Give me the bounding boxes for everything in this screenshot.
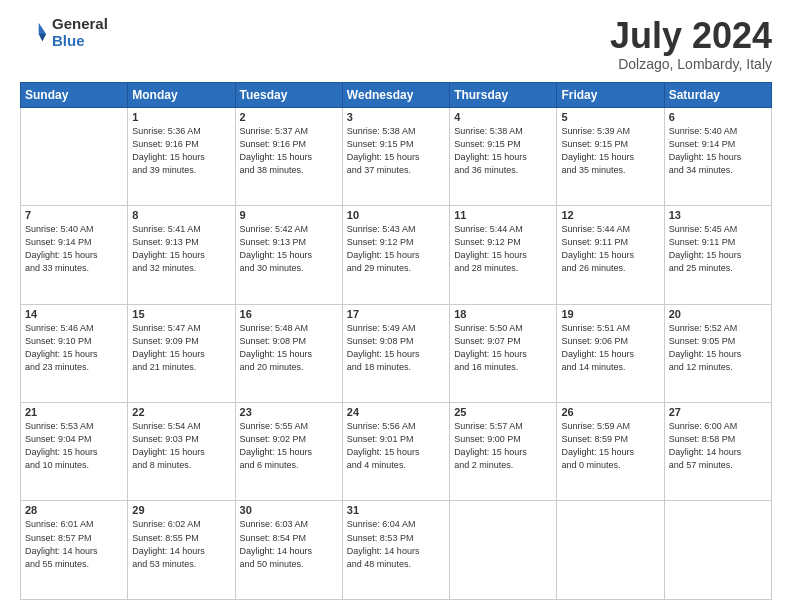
calendar-cell: 5Sunrise: 5:39 AM Sunset: 9:15 PM Daylig… (557, 107, 664, 205)
day-number: 28 (25, 504, 123, 516)
calendar-cell: 21Sunrise: 5:53 AM Sunset: 9:04 PM Dayli… (21, 403, 128, 501)
day-info: Sunrise: 5:40 AM Sunset: 9:14 PM Dayligh… (25, 223, 123, 275)
location: Dolzago, Lombardy, Italy (610, 56, 772, 72)
day-info: Sunrise: 6:04 AM Sunset: 8:53 PM Dayligh… (347, 518, 445, 570)
day-info: Sunrise: 5:41 AM Sunset: 9:13 PM Dayligh… (132, 223, 230, 275)
day-number: 29 (132, 504, 230, 516)
calendar-cell: 19Sunrise: 5:51 AM Sunset: 9:06 PM Dayli… (557, 304, 664, 402)
day-number: 22 (132, 406, 230, 418)
day-info: Sunrise: 5:38 AM Sunset: 9:15 PM Dayligh… (347, 125, 445, 177)
day-info: Sunrise: 5:45 AM Sunset: 9:11 PM Dayligh… (669, 223, 767, 275)
calendar-cell: 7Sunrise: 5:40 AM Sunset: 9:14 PM Daylig… (21, 206, 128, 304)
day-number: 30 (240, 504, 338, 516)
day-info: Sunrise: 5:56 AM Sunset: 9:01 PM Dayligh… (347, 420, 445, 472)
day-info: Sunrise: 5:52 AM Sunset: 9:05 PM Dayligh… (669, 322, 767, 374)
calendar-cell: 27Sunrise: 6:00 AM Sunset: 8:58 PM Dayli… (664, 403, 771, 501)
calendar-header-row: SundayMondayTuesdayWednesdayThursdayFrid… (21, 82, 772, 107)
calendar-cell: 12Sunrise: 5:44 AM Sunset: 9:11 PM Dayli… (557, 206, 664, 304)
calendar-cell: 11Sunrise: 5:44 AM Sunset: 9:12 PM Dayli… (450, 206, 557, 304)
day-info: Sunrise: 5:36 AM Sunset: 9:16 PM Dayligh… (132, 125, 230, 177)
calendar-cell (664, 501, 771, 600)
day-info: Sunrise: 5:46 AM Sunset: 9:10 PM Dayligh… (25, 322, 123, 374)
day-info: Sunrise: 5:51 AM Sunset: 9:06 PM Dayligh… (561, 322, 659, 374)
day-info: Sunrise: 6:03 AM Sunset: 8:54 PM Dayligh… (240, 518, 338, 570)
day-info: Sunrise: 5:53 AM Sunset: 9:04 PM Dayligh… (25, 420, 123, 472)
day-number: 13 (669, 209, 767, 221)
calendar-week-row: 14Sunrise: 5:46 AM Sunset: 9:10 PM Dayli… (21, 304, 772, 402)
calendar-cell: 28Sunrise: 6:01 AM Sunset: 8:57 PM Dayli… (21, 501, 128, 600)
svg-marker-1 (39, 33, 46, 40)
calendar-table: SundayMondayTuesdayWednesdayThursdayFrid… (20, 82, 772, 600)
calendar-cell: 9Sunrise: 5:42 AM Sunset: 9:13 PM Daylig… (235, 206, 342, 304)
day-info: Sunrise: 5:42 AM Sunset: 9:13 PM Dayligh… (240, 223, 338, 275)
svg-marker-0 (39, 22, 46, 33)
day-info: Sunrise: 5:39 AM Sunset: 9:15 PM Dayligh… (561, 125, 659, 177)
calendar-cell: 29Sunrise: 6:02 AM Sunset: 8:55 PM Dayli… (128, 501, 235, 600)
weekday-header: Sunday (21, 82, 128, 107)
calendar-cell: 2Sunrise: 5:37 AM Sunset: 9:16 PM Daylig… (235, 107, 342, 205)
logo-general: General (52, 16, 108, 33)
logo: General Blue (20, 16, 108, 49)
month-year: July 2024 (610, 16, 772, 56)
calendar-cell (557, 501, 664, 600)
day-number: 24 (347, 406, 445, 418)
day-info: Sunrise: 5:43 AM Sunset: 9:12 PM Dayligh… (347, 223, 445, 275)
day-number: 20 (669, 308, 767, 320)
day-info: Sunrise: 5:48 AM Sunset: 9:08 PM Dayligh… (240, 322, 338, 374)
calendar-cell: 8Sunrise: 5:41 AM Sunset: 9:13 PM Daylig… (128, 206, 235, 304)
calendar-cell: 15Sunrise: 5:47 AM Sunset: 9:09 PM Dayli… (128, 304, 235, 402)
page: General Blue July 2024 Dolzago, Lombardy… (0, 0, 792, 612)
day-number: 11 (454, 209, 552, 221)
day-number: 2 (240, 111, 338, 123)
calendar-cell: 25Sunrise: 5:57 AM Sunset: 9:00 PM Dayli… (450, 403, 557, 501)
day-number: 12 (561, 209, 659, 221)
weekday-header: Thursday (450, 82, 557, 107)
day-number: 25 (454, 406, 552, 418)
calendar-cell: 30Sunrise: 6:03 AM Sunset: 8:54 PM Dayli… (235, 501, 342, 600)
day-number: 14 (25, 308, 123, 320)
day-info: Sunrise: 5:57 AM Sunset: 9:00 PM Dayligh… (454, 420, 552, 472)
calendar-week-row: 28Sunrise: 6:01 AM Sunset: 8:57 PM Dayli… (21, 501, 772, 600)
header: General Blue July 2024 Dolzago, Lombardy… (20, 16, 772, 72)
day-info: Sunrise: 5:38 AM Sunset: 9:15 PM Dayligh… (454, 125, 552, 177)
day-info: Sunrise: 5:49 AM Sunset: 9:08 PM Dayligh… (347, 322, 445, 374)
day-info: Sunrise: 5:50 AM Sunset: 9:07 PM Dayligh… (454, 322, 552, 374)
weekday-header: Tuesday (235, 82, 342, 107)
calendar-cell: 3Sunrise: 5:38 AM Sunset: 9:15 PM Daylig… (342, 107, 449, 205)
day-number: 9 (240, 209, 338, 221)
calendar-cell: 4Sunrise: 5:38 AM Sunset: 9:15 PM Daylig… (450, 107, 557, 205)
day-info: Sunrise: 5:44 AM Sunset: 9:11 PM Dayligh… (561, 223, 659, 275)
calendar-cell: 20Sunrise: 5:52 AM Sunset: 9:05 PM Dayli… (664, 304, 771, 402)
day-number: 16 (240, 308, 338, 320)
calendar-week-row: 1Sunrise: 5:36 AM Sunset: 9:16 PM Daylig… (21, 107, 772, 205)
day-number: 21 (25, 406, 123, 418)
logo-text: General Blue (52, 16, 108, 49)
day-info: Sunrise: 5:55 AM Sunset: 9:02 PM Dayligh… (240, 420, 338, 472)
calendar-cell: 10Sunrise: 5:43 AM Sunset: 9:12 PM Dayli… (342, 206, 449, 304)
day-info: Sunrise: 5:54 AM Sunset: 9:03 PM Dayligh… (132, 420, 230, 472)
calendar-cell: 13Sunrise: 5:45 AM Sunset: 9:11 PM Dayli… (664, 206, 771, 304)
day-info: Sunrise: 6:01 AM Sunset: 8:57 PM Dayligh… (25, 518, 123, 570)
calendar-cell: 24Sunrise: 5:56 AM Sunset: 9:01 PM Dayli… (342, 403, 449, 501)
calendar-cell: 18Sunrise: 5:50 AM Sunset: 9:07 PM Dayli… (450, 304, 557, 402)
calendar-cell: 31Sunrise: 6:04 AM Sunset: 8:53 PM Dayli… (342, 501, 449, 600)
calendar-cell: 26Sunrise: 5:59 AM Sunset: 8:59 PM Dayli… (557, 403, 664, 501)
calendar-cell: 14Sunrise: 5:46 AM Sunset: 9:10 PM Dayli… (21, 304, 128, 402)
day-number: 26 (561, 406, 659, 418)
day-number: 6 (669, 111, 767, 123)
title-block: July 2024 Dolzago, Lombardy, Italy (610, 16, 772, 72)
day-number: 23 (240, 406, 338, 418)
day-number: 3 (347, 111, 445, 123)
calendar-cell: 16Sunrise: 5:48 AM Sunset: 9:08 PM Dayli… (235, 304, 342, 402)
calendar-cell: 6Sunrise: 5:40 AM Sunset: 9:14 PM Daylig… (664, 107, 771, 205)
calendar-cell: 23Sunrise: 5:55 AM Sunset: 9:02 PM Dayli… (235, 403, 342, 501)
day-number: 27 (669, 406, 767, 418)
day-info: Sunrise: 5:44 AM Sunset: 9:12 PM Dayligh… (454, 223, 552, 275)
calendar-cell: 22Sunrise: 5:54 AM Sunset: 9:03 PM Dayli… (128, 403, 235, 501)
day-number: 19 (561, 308, 659, 320)
weekday-header: Friday (557, 82, 664, 107)
calendar-week-row: 7Sunrise: 5:40 AM Sunset: 9:14 PM Daylig… (21, 206, 772, 304)
calendar-cell: 1Sunrise: 5:36 AM Sunset: 9:16 PM Daylig… (128, 107, 235, 205)
day-number: 10 (347, 209, 445, 221)
calendar-week-row: 21Sunrise: 5:53 AM Sunset: 9:04 PM Dayli… (21, 403, 772, 501)
